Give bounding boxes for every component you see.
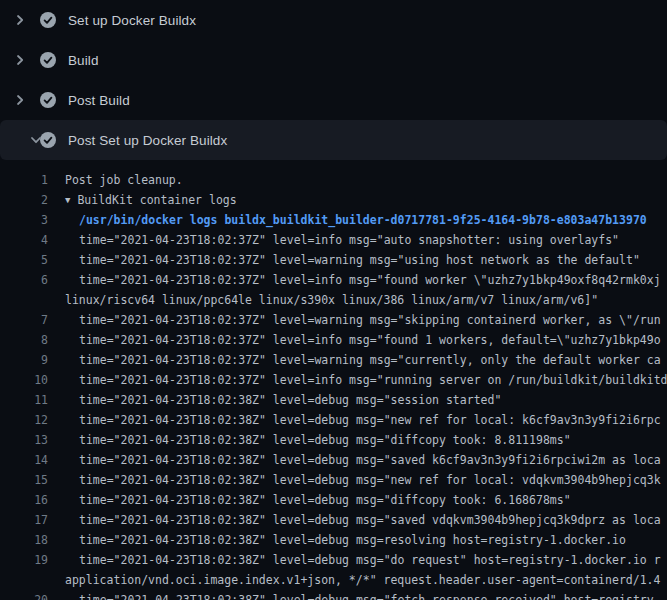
log-line: 16time="2021-04-23T18:02:38Z" level=debu… [0,490,667,510]
step-title: Post Set up Docker Buildx [68,133,227,148]
step-list: Set up Docker BuildxBuildPost BuildPost … [0,0,667,160]
check-icon [40,52,56,68]
chevron-right-icon[interactable] [12,52,28,68]
log-line-number[interactable]: 16 [0,490,48,510]
log-line: 7time="2021-04-23T18:02:37Z" level=warni… [0,310,667,330]
log-text: time="2021-04-23T18:02:37Z" level=info m… [79,270,661,290]
log-line: 11time="2021-04-23T18:02:38Z" level=debu… [0,390,667,410]
log-text: time="2021-04-23T18:02:38Z" level=debug … [79,390,501,410]
log-line-number[interactable]: 9 [0,350,48,370]
log-line-number[interactable]: 3 [0,210,48,230]
log-text: time="2021-04-23T18:02:37Z" level=info m… [79,330,661,350]
log-command-text: /usr/bin/docker logs buildx_buildkit_bui… [79,210,647,230]
log-line-continuation: linux/riscv64 linux/ppc64le linux/s390x … [0,290,667,310]
log-line: 17time="2021-04-23T18:02:38Z" level=debu… [0,510,667,530]
step-header-build[interactable]: Build [0,40,667,80]
log-line: 8time="2021-04-23T18:02:37Z" level=info … [0,330,667,350]
log-text: linux/riscv64 linux/ppc64le linux/s390x … [65,290,598,310]
log-text: time="2021-04-23T18:02:38Z" level=debug … [79,530,626,550]
chevron-right-icon[interactable] [12,12,28,28]
log-line-number[interactable]: 14 [0,450,48,470]
log-line-number[interactable]: 4 [0,230,48,250]
log-line: 5time="2021-04-23T18:02:37Z" level=warni… [0,250,667,270]
log-line: 4time="2021-04-23T18:02:37Z" level=info … [0,230,667,250]
log-text: time="2021-04-23T18:02:38Z" level=debug … [79,590,661,600]
log-text: time="2021-04-23T18:02:38Z" level=debug … [79,430,571,450]
log-text: time="2021-04-23T18:02:38Z" level=debug … [79,490,571,510]
log-line: 13time="2021-04-23T18:02:38Z" level=debu… [0,430,667,450]
collapse-triangle-icon[interactable]: ▼ [65,190,70,210]
log-line-number[interactable]: 5 [0,250,48,270]
log-line-number[interactable]: 1 [0,170,48,190]
step-header-post-build[interactable]: Post Build [0,80,667,120]
log-line-number[interactable]: 12 [0,410,48,430]
log-text: time="2021-04-23T18:02:37Z" level=warnin… [79,350,661,370]
log-text: time="2021-04-23T18:02:37Z" level=info m… [79,230,619,250]
chevron-down-icon[interactable] [12,132,28,148]
log-line-number[interactable]: 6 [0,270,48,290]
log-line: 3/usr/bin/docker logs buildx_buildkit_bu… [0,210,667,230]
check-icon [40,12,56,28]
log-text: time="2021-04-23T18:02:38Z" level=debug … [79,410,661,430]
log-line: 12time="2021-04-23T18:02:38Z" level=debu… [0,410,667,430]
log-line: 1Post job cleanup. [0,170,667,190]
log-text: time="2021-04-23T18:02:38Z" level=debug … [79,450,661,470]
log-line-number[interactable]: 20 [0,590,48,600]
step-title: Post Build [68,93,130,108]
log-group-header: ▼BuildKit container logs [65,190,237,210]
log-line-number [0,570,48,590]
step-header-post-set-up-docker-buildx[interactable]: Post Set up Docker Buildx [0,120,667,160]
log-line-number[interactable]: 17 [0,510,48,530]
log-line-number[interactable]: 18 [0,530,48,550]
log-line-number[interactable]: 10 [0,370,48,390]
log-line-number [0,290,48,310]
log-line-number[interactable]: 2 [0,190,48,210]
log-line: 20time="2021-04-23T18:02:38Z" level=debu… [0,590,667,600]
log-line: 19time="2021-04-23T18:02:38Z" level=debu… [0,550,667,570]
log-line: 14time="2021-04-23T18:02:38Z" level=debu… [0,450,667,470]
log-text: time="2021-04-23T18:02:37Z" level=info m… [79,370,667,390]
log-text: time="2021-04-23T18:02:38Z" level=debug … [79,510,661,530]
step-header-set-up-docker-buildx[interactable]: Set up Docker Buildx [0,0,667,40]
log-text: application/vnd.oci.image.index.v1+json,… [65,570,660,590]
actions-log-viewer: Set up Docker BuildxBuildPost BuildPost … [0,0,667,600]
log-line-continuation: application/vnd.oci.image.index.v1+json,… [0,570,667,590]
log-line: 15time="2021-04-23T18:02:38Z" level=debu… [0,470,667,490]
log-line: 6time="2021-04-23T18:02:37Z" level=info … [0,270,667,290]
log-line: 9time="2021-04-23T18:02:37Z" level=warni… [0,350,667,370]
log-line: 2▼BuildKit container logs [0,190,667,210]
log-line-number[interactable]: 11 [0,390,48,410]
step-title: Build [68,53,99,68]
log-line-number[interactable]: 7 [0,310,48,330]
log-line: 10time="2021-04-23T18:02:37Z" level=info… [0,370,667,390]
chevron-right-icon[interactable] [12,92,28,108]
log-text: time="2021-04-23T18:02:37Z" level=warnin… [79,310,661,330]
log-line-number[interactable]: 8 [0,330,48,350]
step-title: Set up Docker Buildx [68,13,196,28]
log-line-number[interactable]: 15 [0,470,48,490]
log-text: Post job cleanup. [65,170,183,190]
log-text: time="2021-04-23T18:02:38Z" level=debug … [79,550,661,570]
log-line-number[interactable]: 19 [0,550,48,570]
log-line: 18time="2021-04-23T18:02:38Z" level=debu… [0,530,667,550]
log-text: time="2021-04-23T18:02:37Z" level=warnin… [79,250,640,270]
log-output: 1Post job cleanup.2▼BuildKit container l… [0,160,667,600]
check-icon [40,92,56,108]
log-text: time="2021-04-23T18:02:38Z" level=debug … [79,470,661,490]
log-group-title: BuildKit container logs [77,193,236,207]
log-line-number[interactable]: 13 [0,430,48,450]
